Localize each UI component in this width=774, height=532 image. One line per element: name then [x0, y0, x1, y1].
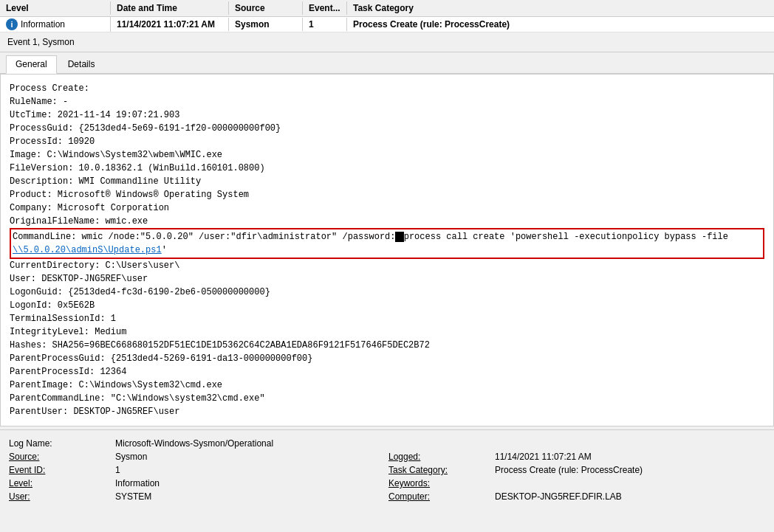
line-image: Image: C:\Windows\System32\wbem\WMIC.exe	[10, 148, 764, 162]
footer-eventid-value: 1	[115, 464, 386, 476]
footer-logged-label: Logged:	[388, 451, 492, 463]
line-currentdirectory: CurrentDirectory: C:\Users\user\	[10, 259, 764, 272]
line-logonguid: LogonGuid: {2513ded4-fc3d-6190-2be6-0500…	[10, 286, 764, 299]
commandline-redacted	[395, 232, 403, 242]
footer-keywords-label: Keywords:	[388, 477, 492, 489]
line-terminalsessionid: TerminalSessionId: 1	[10, 312, 764, 325]
footer-source-value: Sysmon	[115, 451, 386, 463]
footer-empty1-val	[495, 438, 765, 449]
commandline-row: CommandLine: wmic /node:"5.0.0.20" /user…	[10, 228, 764, 259]
line-parentprocessguid: ParentProcessGuid: {2513ded4-5269-6191-d…	[10, 352, 764, 365]
line-hashes: Hashes: SHA256=96BEC668680152DF51EC1DE1D…	[10, 339, 764, 352]
line-originalfilename: OriginalFileName: wmic.exe	[10, 215, 764, 228]
footer-logname-value: Microsoft-Windows-Sysmon/Operational	[115, 438, 386, 449]
level-text: Information	[21, 19, 65, 30]
commandline-prefix: CommandLine: wmic /node:"5.0.0.20" /user…	[13, 232, 395, 242]
footer-logname-label: Log Name:	[9, 438, 112, 449]
cell-datetime: 11/14/2021 11:07:21 AM	[111, 18, 229, 31]
line-processid: ProcessId: 10920	[10, 135, 764, 148]
line-parentimage: ParentImage: C:\Windows\System32\cmd.exe	[10, 379, 764, 392]
info-icon: i	[6, 18, 18, 30]
line-process-create: Process Create:	[10, 82, 764, 95]
line-utctime: UtcTime: 2021-11-14 19:07:21.903	[10, 108, 764, 122]
col-header-level: Level	[0, 1, 111, 15]
cell-source: Sysmon	[229, 18, 303, 31]
col-header-taskcategory: Task Category	[347, 1, 774, 15]
cell-event: 1	[303, 18, 347, 31]
footer-keywords-value	[495, 477, 765, 489]
line-fileversion: FileVersion: 10.0.18362.1 (WinBuild.1601…	[10, 162, 764, 175]
content-panel: Process Create: RuleName: - UtcTime: 202…	[0, 74, 774, 426]
table-header: Level Date and Time Source Event... Task…	[0, 0, 774, 17]
footer-user-label: User:	[9, 491, 112, 502]
cell-taskcategory: Process Create (rule: ProcessCreate)	[347, 18, 774, 31]
footer-computer-label: Computer:	[388, 491, 492, 502]
footer-level-label: Level:	[9, 477, 112, 489]
line-parentcommandline: ParentCommandLine: "C:\Windows\system32\…	[10, 392, 764, 405]
line-integritylevel: IntegrityLevel: Medium	[10, 325, 764, 339]
main-container: Level Date and Time Source Event... Task…	[0, 0, 774, 510]
cell-level: i Information	[0, 17, 111, 32]
footer-user-value: SYSTEM	[115, 491, 386, 502]
footer-source-label: Source:	[9, 451, 112, 463]
footer-grid: Log Name: Microsoft-Windows-Sysmon/Opera…	[9, 438, 765, 502]
footer-level-value: Information	[115, 477, 386, 489]
tabs-container: General Details	[0, 52, 774, 74]
line-product: Product: Microsoft® Windows® Operating S…	[10, 188, 764, 201]
line-processguid: ProcessGuid: {2513ded4-5e69-6191-1f20-00…	[10, 122, 764, 135]
footer-section: Log Name: Microsoft-Windows-Sysmon/Opera…	[0, 429, 774, 510]
col-header-datetime: Date and Time	[111, 1, 229, 15]
col-header-event: Event...	[303, 1, 347, 15]
line-logonid: LogonId: 0x5E62B	[10, 299, 764, 312]
line-parentprocessid: ParentProcessId: 12364	[10, 365, 764, 379]
line-company: Company: Microsoft Corporation	[10, 201, 764, 215]
event-title: Event 1, Sysmon	[0, 32, 774, 52]
footer-empty1	[388, 438, 492, 449]
line-user: User: DESKTOP-JNG5REF\user	[10, 272, 764, 286]
tab-general[interactable]: General	[6, 55, 57, 74]
tab-details[interactable]: Details	[58, 55, 105, 73]
col-header-source: Source	[229, 1, 303, 15]
footer-eventid-label: Event ID:	[9, 464, 112, 476]
line-description: Description: WMI Commandline Utility	[10, 175, 764, 188]
commandline-suffix: process call create 'powershell -executi…	[404, 232, 728, 242]
footer-logged-value: 11/14/2021 11:07:21 AM	[495, 451, 765, 463]
commandline-end: '	[162, 245, 167, 255]
table-row[interactable]: i Information 11/14/2021 11:07:21 AM Sys…	[0, 17, 774, 32]
footer-taskcategory-value: Process Create (rule: ProcessCreate)	[495, 464, 765, 476]
footer-taskcategory-label: Task Category:	[388, 464, 492, 476]
commandline-link[interactable]: \\5.0.0.20\adminS\Update.ps1	[13, 245, 162, 255]
footer-computer-value: DESKTOP-JNG5REF.DFIR.LAB	[495, 491, 765, 502]
line-rulename: RuleName: -	[10, 95, 764, 108]
line-parentuser: ParentUser: DESKTOP-JNG5REF\user	[10, 405, 764, 418]
